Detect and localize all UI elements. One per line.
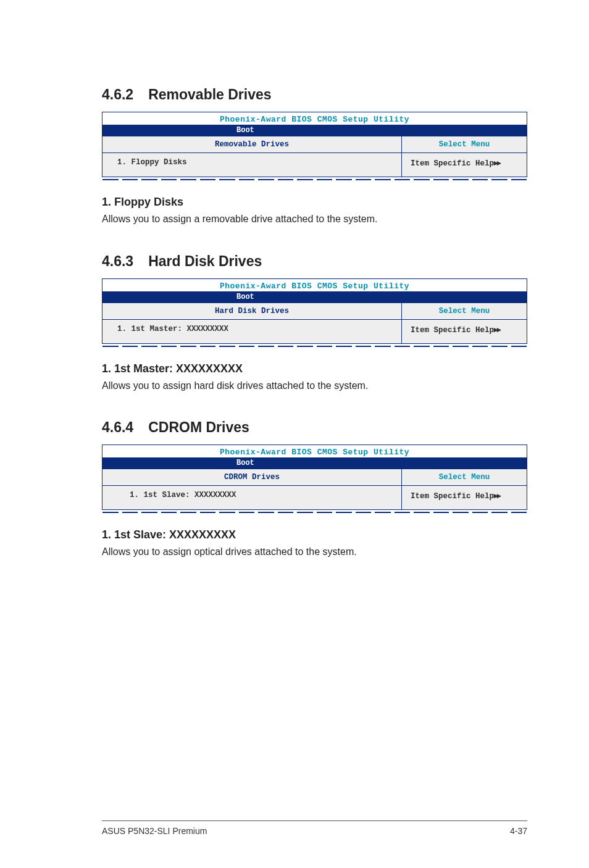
section-number: 4.6.2: [102, 86, 133, 103]
bios-title: Phoenix-Award BIOS CMOS Setup Utility: [102, 445, 527, 457]
bios-tab-row: Boot: [102, 457, 527, 469]
bios-tab-row: Boot: [102, 125, 527, 136]
bios-help-label: Item Specific Help: [411, 326, 494, 335]
bios-left-header: Removable Drives: [102, 136, 402, 152]
divider: [102, 179, 527, 181]
bios-tab-boot: Boot: [232, 291, 259, 303]
body-text: Allows you to assign a removable drive a…: [102, 212, 527, 226]
bios-header-row: Hard Disk Drives Select Menu: [102, 303, 527, 319]
section-number: 4.6.3: [102, 253, 133, 270]
bios-help: Item Specific Help▸▸: [402, 320, 527, 343]
bios-body-row: 1. 1st Master: XXXXXXXXX Item Specific H…: [102, 319, 527, 343]
bios-help: Item Specific Help▸▸: [402, 486, 527, 509]
divider: [102, 512, 527, 514]
bios-right-header: Select Menu: [402, 469, 527, 485]
section-title: Removable Drives: [148, 86, 271, 102]
section-number: 4.6.4: [102, 419, 133, 436]
bios-tab-boot: Boot: [232, 125, 259, 136]
bios-title: Phoenix-Award BIOS CMOS Setup Utility: [102, 112, 527, 125]
section-title: CDROM Drives: [148, 419, 249, 435]
divider: [102, 346, 527, 348]
bios-panel: Phoenix-Award BIOS CMOS Setup Utility Bo…: [102, 444, 527, 510]
arrows-icon: ▸▸: [494, 159, 500, 167]
bios-right-header: Select Menu: [402, 136, 527, 152]
sub-heading: 1. 1st Slave: XXXXXXXXX: [102, 528, 527, 541]
section-heading: 4.6.4CDROM Drives: [102, 419, 527, 436]
bios-item: 1. Floppy Disks: [102, 153, 402, 177]
section-heading: 4.6.2Removable Drives: [102, 86, 527, 103]
bios-help: Item Specific Help▸▸: [402, 153, 527, 177]
bios-left-header: Hard Disk Drives: [102, 303, 402, 319]
sub-heading: 1. Floppy Disks: [102, 196, 527, 209]
bios-help-label: Item Specific Help: [411, 159, 494, 168]
bios-tab-row: Boot: [102, 291, 527, 303]
section-heading: 4.6.3Hard Disk Drives: [102, 253, 527, 270]
arrows-icon: ▸▸: [494, 325, 500, 334]
body-text: Allows you to assign hard disk drives at…: [102, 379, 527, 393]
bios-item: 1. 1st Slave: XXXXXXXXX: [102, 486, 402, 509]
bios-panel: Phoenix-Award BIOS CMOS Setup Utility Bo…: [102, 278, 527, 344]
bios-body-row: 1. 1st Slave: XXXXXXXXX Item Specific He…: [102, 485, 527, 509]
bios-panel: Phoenix-Award BIOS CMOS Setup Utility Bo…: [102, 112, 527, 177]
bios-left-header: CDROM Drives: [102, 469, 402, 485]
bios-body-row: 1. Floppy Disks Item Specific Help▸▸: [102, 152, 527, 177]
footer-right: 4-37: [510, 826, 527, 836]
bios-right-header: Select Menu: [402, 303, 527, 319]
bios-header-row: CDROM Drives Select Menu: [102, 469, 527, 485]
page-footer: ASUS P5N32-SLI Premium 4-37: [102, 820, 527, 836]
bios-header-row: Removable Drives Select Menu: [102, 136, 527, 152]
bios-item: 1. 1st Master: XXXXXXXXX: [102, 320, 402, 343]
arrows-icon: ▸▸: [494, 491, 500, 500]
sub-heading: 1. 1st Master: XXXXXXXXX: [102, 362, 527, 375]
bios-title: Phoenix-Award BIOS CMOS Setup Utility: [102, 279, 527, 291]
footer-left: ASUS P5N32-SLI Premium: [102, 826, 207, 836]
section-title: Hard Disk Drives: [148, 253, 262, 269]
bios-tab-boot: Boot: [232, 457, 259, 469]
bios-help-label: Item Specific Help: [411, 492, 494, 501]
body-text: Allows you to assign optical drives atta…: [102, 545, 527, 559]
